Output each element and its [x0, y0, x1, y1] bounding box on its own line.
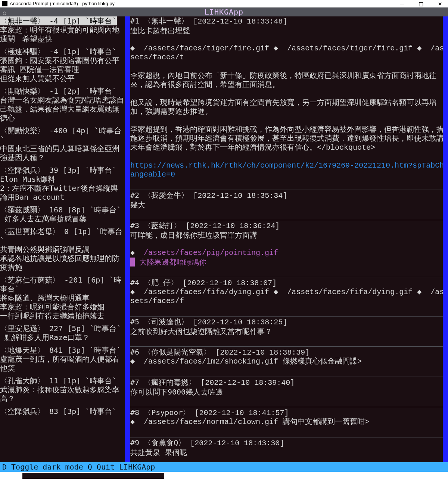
- post-separator: [130, 377, 448, 377]
- sidebar-thread-meta: 〈孔雀大師〉 11 [1p] `時事台`: [0, 376, 125, 385]
- sidebar-thread-item[interactable]: 〈里安尼遜〉 227 [5p] `時事台` 點解咁多人用Raze口罩？: [0, 324, 125, 342]
- post-body: 你可以問下9000幾人去咗邊: [130, 387, 448, 396]
- sidebar-thread-title: 點解咁多人用Raze口罩？: [0, 333, 125, 342]
- vertical-divider: [125, 16, 130, 470]
- sidebar-thread-title: Elon Musk爆料 2：左癌不斷在Twitter後台操縱輿論用Ban acc…: [0, 175, 125, 202]
- post-header: #4 〈肥_仔〉 [2022-12-10 18:38:07]: [130, 278, 448, 288]
- post-separator: [130, 346, 448, 347]
- thread-list-sidebar[interactable]: 〈無非一聲〉 -4 [1p] `時事台`李家超：明年有很現實的可能與內地通關 希…: [0, 16, 125, 470]
- sidebar-thread-meta: 〈蓋世寶掉老母〉 0 [1p] `時事台`: [0, 227, 125, 245]
- post-body: 共赴黃泉 果個呢: [130, 448, 448, 457]
- sidebar-thread-title: 盧寵茂一到店，所有喝酒的人便都看他笑: [0, 355, 125, 373]
- app-icon: [2, 1, 7, 6]
- sidebar-thread-title: 中國東北三省的男人算唔算係全亞洲強基因人種？: [0, 144, 125, 162]
- post-separator: [130, 407, 448, 407]
- sidebar-thread-title: 好多人去左萬寧搶感冒藥: [0, 214, 125, 223]
- window-maximize-button[interactable]: □: [419, 0, 423, 7]
- post-header: #9 〈食蕉食Q〉 [2022-12-10 18:43:30]: [130, 438, 448, 448]
- window-minimize-button[interactable]: —: [400, 0, 404, 7]
- right-scrollbar[interactable]: [443, 16, 448, 470]
- sidebar-thread-item[interactable]: 〈開動快樂〉 -1 [2p] `時事台`台灣一名女網友認為食完M記唔應該自己執盤…: [0, 87, 125, 122]
- sidebar-thread-meta: 〈里安尼遜〉 227 [5p] `時事台`: [0, 324, 125, 333]
- post-body: 可咩能，成日都係你班垃圾官單方面講 ◆ /assets/faces/pig/po…: [130, 231, 448, 267]
- post-header: #5 〈司波達也〉 [2022-12-10 18:38:25]: [130, 317, 448, 327]
- sidebar-thread-item[interactable]: 〈極速神驅〉 -4 [1p] `時事台`張國鈞：國安案不設陪審團仍有公平審訊 區…: [0, 47, 125, 83]
- window-close-button[interactable]: ×: [438, 0, 442, 7]
- sidebar-thread-title: 張國鈞：國安案不設陪審團仍有公平審訊 區院僅一法官審理 但從來無人質疑不公平: [0, 56, 125, 83]
- sidebar-thread-meta: 〈空降獵兵〉 83 [3p] `時事台`: [0, 407, 125, 416]
- sidebar-thread-meta: 〈開動快樂〉 -400 [4p] `時事台`: [0, 126, 125, 144]
- post-body: 連比卡超都出埋聲 ◆ /assets/faces/tiger/fire.gif …: [130, 26, 448, 179]
- app-title: LIHKGApp: [205, 7, 243, 16]
- app-title-bar: ○ LIHKGApp: [0, 7, 448, 16]
- sidebar-thread-item[interactable]: 〈開動快樂〉 -400 [4p] `時事台`中國東北三省的男人算唔算係全亞洲強基…: [0, 126, 125, 162]
- post-body: ◆ /assets/faces/normal/clown.gif 講句中文都講到…: [130, 418, 448, 427]
- post-body: 之前吹到好大個乜柒逆隔離又當冇呢件事？: [130, 327, 448, 336]
- sidebar-thread-meta: 〈極速神驅〉 -4 [1p] `時事台`: [0, 47, 125, 56]
- sidebar-thread-meta: 〈空降獵兵〉 39 [3p] `時事台`: [0, 166, 125, 175]
- post-link[interactable]: https://news.rthk.hk/rthk/ch/component/k…: [130, 161, 448, 179]
- thread-content[interactable]: #1 〈無非一聲〉 [2022-12-10 18:33:48]連比卡超都出埋聲 …: [130, 16, 448, 470]
- sidebar-thread-meta: 〈芝麻仁冇蘑菇〉 -201 [6p] `時事台`: [0, 275, 125, 293]
- sidebar-thread-meta: 〈地爆天星〉 841 [3p] `時事台`: [0, 346, 125, 355]
- post-header: #3 〈藍絲打〉 [2022-12-10 18:36:24]: [130, 221, 448, 231]
- sidebar-thread-item[interactable]: 〈孔雀大師〉 11 [1p] `時事台`武漢肺炎：接種疫苗次數越多感染率高？: [0, 376, 125, 403]
- sidebar-thread-title: 台灣一名女網友認為食完M記唔應該自己執盤，結果被台灣大量網友罵她無德心: [0, 96, 125, 122]
- sidebar-thread-meta: 〈開動快樂〉 -1 [2p] `時事台`: [0, 87, 125, 96]
- sidebar-thread-item[interactable]: 〈羅茲威爾〉 168 [8p] `時事台` 好多人去左萬寧搶感冒藥: [0, 205, 125, 223]
- post-separator: [130, 190, 448, 190]
- post-body: ◆ /assets/faces/lm2/shocking.gif 條撚樣真心似金…: [130, 357, 448, 366]
- sidebar-thread-item[interactable]: 〈芝麻仁冇蘑菇〉 -201 [6p] `時事台`將藍隧道、跨灣大橋明通車 李家超…: [0, 275, 125, 320]
- sidebar-thread-title: 李家超：明年有很現實的可能與內地通關 希望盡快: [0, 25, 125, 43]
- window-title: Anaconda Prompt (miniconda3) - python li…: [10, 0, 115, 7]
- status-circle-icon: ○: [3, 10, 6, 16]
- post-body: 幾大: [130, 200, 448, 209]
- windows-taskbar-strip: [0, 472, 448, 480]
- post-separator: [130, 437, 448, 437]
- post-header: #6 〈你似是陽光空氣〉 [2022-12-10 18:38:39]: [130, 347, 448, 357]
- sidebar-thread-title: 將藍隧道、跨灣大橋明通車 李家超：呢到可能撮合好多婚姻 一行到呢到冇得走繼續拍拖…: [0, 293, 125, 320]
- post-separator: [130, 316, 448, 317]
- sidebar-thread-item[interactable]: 〈空降獵兵〉 39 [3p] `時事台`Elon Musk爆料 2：左癌不斷在T…: [0, 166, 125, 202]
- sidebar-thread-title: 武漢肺炎：接種疫苗次數越多感染率高？: [0, 385, 125, 403]
- sidebar-thread-item[interactable]: 〈空降獵兵〉 83 [3p] `時事台`: [0, 407, 125, 416]
- post-separator: [130, 277, 448, 277]
- sidebar-thread-meta: 〈羅茲威爾〉 168 [8p] `時事台`: [0, 205, 125, 214]
- post-separator: [130, 220, 448, 220]
- footer-text: D Toggle dark mode Q Quit LIHKGApp: [2, 462, 155, 471]
- post-header: #8 〈Psypoor〉 [2022-12-10 18:41:57]: [130, 408, 448, 418]
- sidebar-thread-meta: 〈無非一聲〉 -4 [1p] `時事台`: [0, 16, 125, 25]
- sidebar-thread-title: 共青團公然與鄧炳強唱反調 承認各地抗議是以憤怒回應無理的防疫措施: [0, 245, 125, 272]
- post-header: #2 〈我愛金牛〉 [2022-12-10 18:35:34]: [130, 191, 448, 200]
- post-body: ◆ /assets/faces/fifa/dying.gif ◆ /assets…: [130, 288, 448, 306]
- sidebar-thread-item[interactable]: 〈地爆天星〉 841 [3p] `時事台`盧寵茂一到店，所有喝酒的人便都看他笑: [0, 346, 125, 373]
- sidebar-thread-item[interactable]: 〈蓋世寶掉老母〉 0 [1p] `時事台`共青團公然與鄧炳強唱反調 承認各地抗議…: [0, 227, 125, 272]
- post-header: #1 〈無非一聲〉 [2022-12-10 18:33:48]: [130, 16, 448, 26]
- footer-keybinds: D Toggle dark mode Q Quit LIHKGApp: [0, 462, 448, 472]
- sidebar-thread-item[interactable]: 〈無非一聲〉 -4 [1p] `時事台`李家超：明年有很現實的可能與內地通關 希…: [0, 16, 125, 43]
- post-header: #7 〈瘋狂的毒撚〉 [2022-12-10 18:39:40]: [130, 378, 448, 387]
- windows-title-bar: Anaconda Prompt (miniconda3) - python li…: [0, 0, 448, 7]
